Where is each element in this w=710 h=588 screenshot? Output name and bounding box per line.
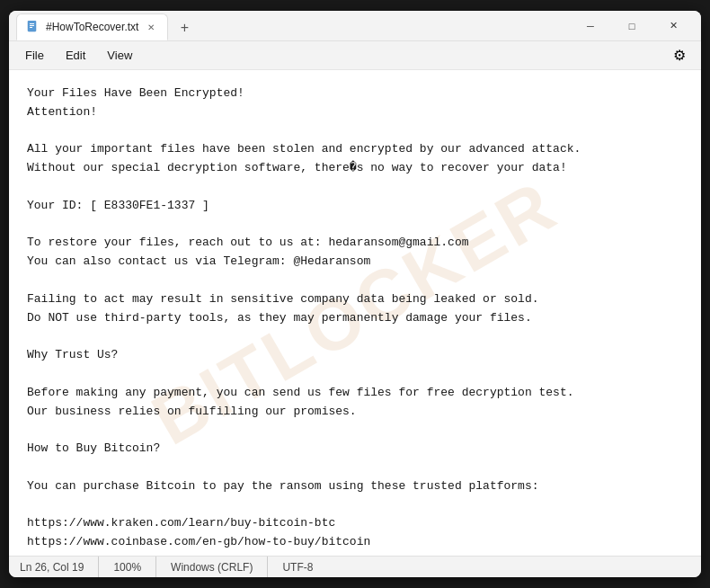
statusbar: Ln 26, Col 19 100% Windows (CRLF) UTF-8: [9, 556, 701, 577]
text-content-area[interactable]: BITLOCKER Your Files Have Been Encrypted…: [9, 70, 701, 556]
settings-button[interactable]: ⚙: [665, 41, 694, 70]
zoom-level: 100%: [99, 557, 156, 577]
file-icon: [26, 20, 40, 34]
close-button[interactable]: ✕: [652, 11, 694, 41]
maximize-button[interactable]: □: [611, 11, 652, 41]
tab-title-text: #HowToRecover.txt: [46, 21, 138, 33]
new-tab-button[interactable]: +: [172, 15, 197, 40]
tab-area: #HowToRecover.txt ✕ +: [16, 11, 570, 40]
active-tab[interactable]: #HowToRecover.txt ✕: [16, 13, 168, 40]
menubar: File Edit View ⚙: [9, 41, 701, 70]
notepad-window: #HowToRecover.txt ✕ + ─ □ ✕ File Edit Vi…: [9, 11, 701, 577]
svg-rect-3: [30, 27, 32, 28]
encoding: UTF-8: [268, 557, 327, 577]
svg-rect-2: [30, 25, 34, 26]
line-ending: Windows (CRLF): [156, 557, 268, 577]
document-text: Your Files Have Been Encrypted! Attentio…: [27, 85, 683, 556]
titlebar: #HowToRecover.txt ✕ + ─ □ ✕: [9, 11, 701, 41]
tab-close-button[interactable]: ✕: [144, 21, 158, 34]
menu-edit[interactable]: Edit: [57, 46, 94, 65]
window-controls: ─ □ ✕: [570, 11, 694, 41]
cursor-position: Ln 26, Col 19: [20, 557, 99, 577]
svg-rect-1: [30, 23, 34, 24]
minimize-button[interactable]: ─: [570, 11, 611, 41]
menu-file[interactable]: File: [16, 46, 53, 65]
menubar-right: ⚙: [665, 41, 694, 70]
menu-view[interactable]: View: [98, 46, 141, 65]
